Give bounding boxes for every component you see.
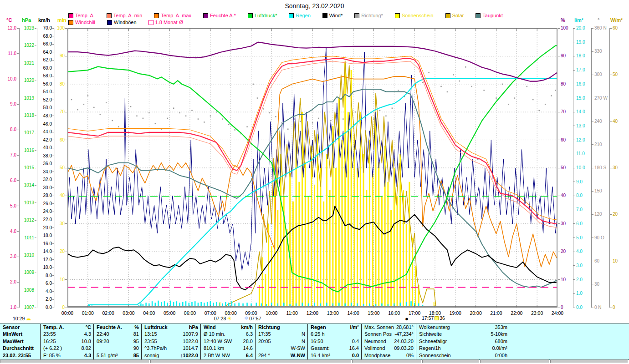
sunrise-marker: 07:28 ☀ bbox=[214, 315, 232, 322]
pressure-axis-tick bbox=[35, 202, 36, 203]
time-label-2400: 24:00 bbox=[547, 310, 568, 316]
series-richtung-dot bbox=[112, 120, 113, 121]
legend-item-solar: Solar bbox=[445, 13, 464, 18]
table-cell-label: Ø 10 min. bbox=[201, 331, 246, 338]
series-richtung-dot bbox=[343, 118, 344, 120]
status-segment bbox=[422, 359, 479, 363]
temperature-axis-spine bbox=[19, 28, 20, 308]
wind-axis-label: 54.0 bbox=[43, 90, 52, 94]
wind-axis-label: 56.0 bbox=[43, 82, 52, 86]
pressure-axis-tick bbox=[35, 290, 36, 290]
legend-label: Windböen bbox=[114, 20, 137, 25]
wind-axis-label: 36.0 bbox=[43, 162, 52, 166]
table-cell-label: Regen bbox=[308, 324, 350, 331]
wind-axis-label: 24.0 bbox=[43, 209, 52, 214]
series-luftdruck bbox=[67, 46, 557, 292]
rain-axis-tick bbox=[573, 182, 575, 182]
series-richtung-dot bbox=[379, 110, 381, 111]
temperature-axis-tick bbox=[17, 180, 19, 181]
rain-axis-tick bbox=[573, 154, 575, 154]
wind-axis-tick bbox=[52, 28, 54, 29]
series-richtung-dot bbox=[93, 107, 95, 108]
table-cell-value: 1022.0 bbox=[183, 338, 200, 345]
direction-axis-tick bbox=[592, 214, 593, 215]
wind-axis-tick bbox=[52, 76, 54, 76]
table-cell-value: 680m bbox=[495, 338, 510, 345]
rain-axis-tick bbox=[573, 126, 575, 126]
table-row: 23:554.3 bbox=[41, 331, 93, 338]
solar-axis-header: W/m² bbox=[610, 17, 623, 23]
legend-label: Regen bbox=[296, 13, 310, 18]
sunshine-axis-tick bbox=[65, 252, 67, 252]
pressure-axis-tick bbox=[35, 185, 36, 186]
table-cell-value: W-NW bbox=[291, 352, 307, 359]
wind-axis-label: 10.0 bbox=[43, 265, 52, 270]
table-row: Gesamt:16.4 bbox=[308, 345, 361, 352]
table-cell-value: N bbox=[302, 338, 307, 345]
table-cell-label: 23:55 bbox=[142, 338, 183, 345]
table-cell-value: 0.0 bbox=[352, 352, 361, 359]
rain-axis-label: 16.0 bbox=[576, 82, 585, 86]
table-row: 09:2095 bbox=[94, 338, 141, 345]
direction-axis-label: 300 bbox=[594, 72, 602, 77]
time-label-1300: 13:00 bbox=[323, 310, 343, 316]
legend-color-swatch bbox=[354, 13, 359, 18]
legend-row-2: WindchillWindböen1.8 Monat-Ø bbox=[68, 20, 183, 25]
table-row: 12:40 W-SW28.0 bbox=[201, 338, 255, 345]
pressure-axis-label: 1018 bbox=[24, 113, 34, 118]
time-label-0500: 05:00 bbox=[159, 310, 179, 316]
table-cell-label: Feuchte A. bbox=[94, 324, 134, 331]
series-richtung-dot bbox=[532, 99, 534, 101]
table-row-label: 23.02. 23:55 bbox=[0, 352, 40, 359]
table-row: Regenl/m² bbox=[308, 324, 361, 331]
wind-axis-tick bbox=[52, 148, 54, 148]
table-row: Windkm/h bbox=[201, 324, 255, 331]
legend-item-regen: Regen bbox=[289, 13, 310, 18]
table-cell-label: ^3.7hPa/h bbox=[142, 345, 183, 352]
table-cell-label: Luftdruck bbox=[142, 324, 189, 331]
wind-axis-tick bbox=[52, 84, 54, 84]
legend-item-luftdruck-: Luftdruck* bbox=[248, 13, 277, 18]
table-cell-value: 0:00h bbox=[495, 352, 510, 359]
table-cell-label: Neumond bbox=[362, 338, 394, 345]
rain-axis-label: 3.0 bbox=[576, 263, 583, 268]
rain-axis-label: 9.0 bbox=[576, 180, 583, 184]
rain-axis-label: 5.0 bbox=[576, 236, 583, 240]
legend-color-swatch bbox=[289, 13, 294, 18]
direction-axis-label: 360 N bbox=[594, 26, 607, 30]
series-richtung-dot bbox=[106, 102, 107, 104]
wind-axis-label: 48.0 bbox=[43, 114, 52, 118]
humidity-axis-label: 10 bbox=[561, 278, 566, 282]
table-cell-label: Sonnenschein bbox=[416, 352, 495, 359]
wind-axis-label: 40.0 bbox=[43, 146, 52, 150]
legend-color-swatch bbox=[203, 13, 208, 18]
wind-axis-tick bbox=[52, 164, 54, 164]
rain-axis-tick bbox=[573, 279, 575, 280]
series-richtung-dot bbox=[185, 116, 187, 117]
series-richtung-dot bbox=[465, 66, 466, 68]
legend-item-taupunkt: Taupunkt bbox=[476, 13, 503, 18]
direction-axis-label: 60 bbox=[594, 259, 599, 263]
wind-axis-label: 20.0 bbox=[43, 226, 52, 230]
series-richtung-dot bbox=[440, 86, 442, 87]
table-cell-label: 09:20 bbox=[94, 338, 133, 345]
table-row: W-SW bbox=[256, 345, 307, 352]
wind-axis-label: 60.0 bbox=[43, 66, 52, 71]
sunshine-box-icon bbox=[435, 316, 439, 320]
table-cell-label: 23:55 bbox=[41, 331, 84, 338]
series-richtung-dot bbox=[300, 121, 301, 122]
rain-axis-label: 13.0 bbox=[576, 124, 585, 128]
moonset-marker: ❄ 07:57 bbox=[244, 315, 261, 321]
table-cell-value: 0% bbox=[406, 352, 416, 359]
pressure-axis-label: 1015 bbox=[24, 166, 34, 170]
legend-color-swatch bbox=[322, 13, 327, 18]
table-cell-value: 1007.9 bbox=[183, 331, 200, 338]
series-richtung-dot bbox=[100, 114, 101, 115]
pressure-axis-tick bbox=[35, 115, 36, 116]
table-row: Sonnen Pos-47,234° bbox=[362, 331, 416, 338]
table-cell-value: 24.03.20 bbox=[394, 338, 416, 345]
time-label-2100: 21:00 bbox=[486, 310, 506, 316]
rain-axis-label: 11.0 bbox=[576, 152, 585, 156]
wind-axis-label: 26.0 bbox=[43, 202, 52, 206]
status-segment bbox=[150, 359, 351, 363]
